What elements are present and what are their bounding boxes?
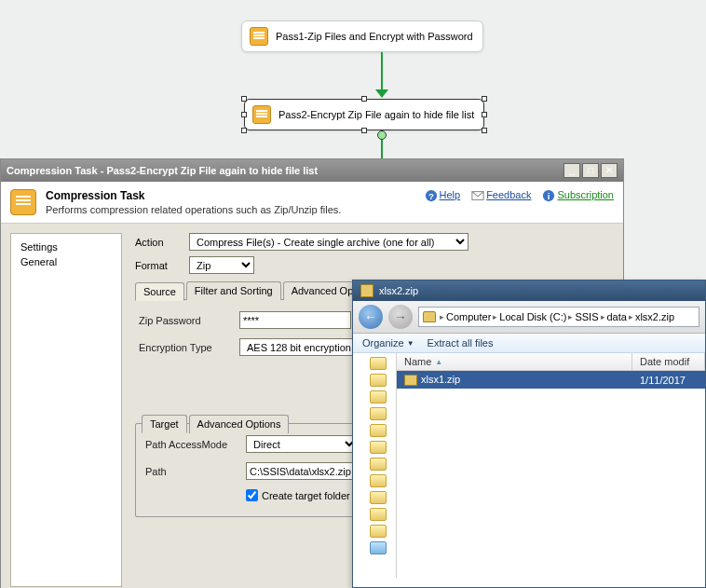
file-date: 1/11/2017 (632, 372, 705, 389)
header-desc: Performs compression related operations … (46, 204, 341, 215)
folder-tree[interactable] (353, 353, 397, 578)
diagram-node-pass1[interactable]: Pass1-Zip Files and Encrypt with Passwor… (241, 21, 483, 52)
explorer-toolbar: Organize▼ Extract all files (353, 334, 705, 353)
tab-target[interactable]: Target (142, 415, 187, 433)
format-select[interactable]: Zip (189, 256, 254, 274)
connector-port[interactable] (377, 130, 387, 140)
tab-filter[interactable]: Filter and Sorting (186, 281, 281, 300)
zip-password-input[interactable] (239, 311, 351, 329)
extract-button[interactable]: Extract all files (428, 337, 494, 349)
info-icon: i (542, 189, 555, 202)
node-label: Pass2-Encrypt Zip File again to hide fil… (278, 109, 474, 120)
folder-icon[interactable] (370, 508, 387, 521)
format-label: Format (135, 260, 189, 271)
sidebar-item-settings[interactable]: Settings (17, 239, 115, 254)
encryption-select[interactable]: AES 128 bit encryption (239, 338, 370, 356)
path-mode-label: Path AccessMode (145, 439, 246, 450)
dialog-titlebar[interactable]: Compression Task - Pass2-Encrypt Zip Fil… (1, 159, 623, 182)
chevron-right-icon: ▸ (568, 312, 573, 321)
folder-icon[interactable] (370, 374, 387, 387)
zip-password-label: Zip Password (139, 315, 239, 326)
pictures-icon[interactable] (370, 541, 387, 554)
zip-icon (360, 284, 373, 297)
folder-icon[interactable] (370, 407, 387, 420)
create-folder-checkbox[interactable] (246, 489, 258, 501)
nav-forward-button[interactable]: → (388, 305, 413, 329)
folder-icon[interactable] (370, 474, 387, 487)
file-list: Name▲ Date modif xlsx1.zip 1/11/2017 (397, 353, 705, 578)
connector-arrow (375, 89, 388, 98)
dialog-sidebar: Settings General (10, 233, 122, 587)
mail-icon (471, 189, 484, 202)
encryption-label: Encryption Type (139, 342, 239, 353)
subscription-link[interactable]: Subscription (557, 189, 614, 200)
node-label: Pass1-Zip Files and Encrypt with Passwor… (276, 31, 473, 42)
resize-handle[interactable] (482, 128, 487, 133)
tab-target-adv[interactable]: Advanced Options (189, 415, 290, 433)
file-name: xlsx1.zip (421, 374, 460, 385)
bc-segment[interactable]: Computer (446, 311, 491, 322)
zip-task-icon (252, 105, 271, 124)
sidebar-item-general[interactable]: General (17, 254, 115, 269)
resize-handle[interactable] (482, 112, 487, 117)
resize-handle[interactable] (361, 96, 367, 102)
nav-back-button[interactable]: ← (359, 305, 383, 329)
resize-handle[interactable] (361, 128, 367, 133)
list-row[interactable]: xlsx1.zip 1/11/2017 (397, 371, 705, 389)
folder-icon[interactable] (370, 525, 387, 538)
explorer-navbar: ← → ▸ Computer ▸ Local Disk (C:) ▸ SSIS … (353, 301, 705, 334)
svg-text:i: i (548, 191, 550, 201)
path-mode-select[interactable]: Direct (246, 435, 358, 453)
diagram-node-pass2[interactable]: Pass2-Encrypt Zip File again to hide fil… (244, 99, 484, 130)
close-button[interactable]: ✕ (601, 163, 618, 178)
chevron-right-icon: ▸ (601, 312, 605, 321)
zip-task-icon (250, 27, 268, 46)
tab-source[interactable]: Source (135, 282, 184, 301)
chevron-right-icon: ▸ (440, 312, 444, 321)
action-select[interactable]: Compress File(s) - Create single archive… (189, 233, 468, 251)
list-header: Name▲ Date modif (397, 353, 705, 371)
header-title: Compression Task (46, 189, 341, 202)
folder-icon[interactable] (370, 441, 387, 454)
explorer-window: xlsx2.zip ← → ▸ Computer ▸ Local Disk (C… (352, 280, 706, 588)
feedback-link[interactable]: Feedback (486, 189, 531, 200)
chevron-down-icon: ▼ (407, 339, 414, 348)
folder-icon[interactable] (370, 491, 387, 504)
folder-icon[interactable] (370, 357, 387, 370)
dialog-header: Compression Task Performs compression re… (1, 182, 623, 224)
help-link[interactable]: Help (440, 189, 461, 200)
resize-handle[interactable] (482, 96, 487, 102)
folder-icon[interactable] (370, 424, 387, 437)
bc-segment[interactable]: xlsx2.zip (635, 311, 674, 322)
sort-asc-icon: ▲ (435, 358, 442, 366)
folder-icon[interactable] (370, 390, 387, 403)
resize-handle[interactable] (241, 112, 247, 117)
explorer-titlebar[interactable]: xlsx2.zip (353, 280, 705, 301)
organize-menu[interactable]: Organize▼ (362, 337, 414, 349)
breadcrumb[interactable]: ▸ Computer ▸ Local Disk (C:) ▸ SSIS ▸ da… (418, 307, 699, 327)
col-date[interactable]: Date modif (632, 353, 705, 370)
explorer-title: xlsx2.zip (379, 285, 418, 296)
maximize-button[interactable]: □ (582, 163, 599, 178)
bc-segment[interactable]: SSIS (575, 311, 598, 322)
chevron-right-icon: ▸ (493, 312, 497, 321)
action-label: Action (135, 237, 189, 248)
resize-handle[interactable] (241, 128, 247, 133)
zip-icon (404, 375, 417, 386)
minimize-button[interactable]: _ (563, 163, 580, 178)
folder-icon (423, 311, 436, 322)
bc-segment[interactable]: Local Disk (C:) (499, 311, 566, 322)
help-icon: ? (425, 189, 438, 202)
connector-line (381, 52, 383, 89)
task-icon (10, 189, 36, 215)
folder-icon[interactable] (370, 458, 387, 471)
dialog-title: Compression Task - Pass2-Encrypt Zip Fil… (7, 165, 318, 176)
create-folder-label: Create target folder (262, 490, 350, 501)
col-name[interactable]: Name▲ (397, 353, 632, 370)
bc-segment[interactable]: data (607, 311, 627, 322)
chevron-right-icon: ▸ (629, 312, 633, 321)
path-label: Path (145, 466, 246, 477)
resize-handle[interactable] (241, 96, 247, 102)
svg-text:?: ? (428, 191, 434, 201)
